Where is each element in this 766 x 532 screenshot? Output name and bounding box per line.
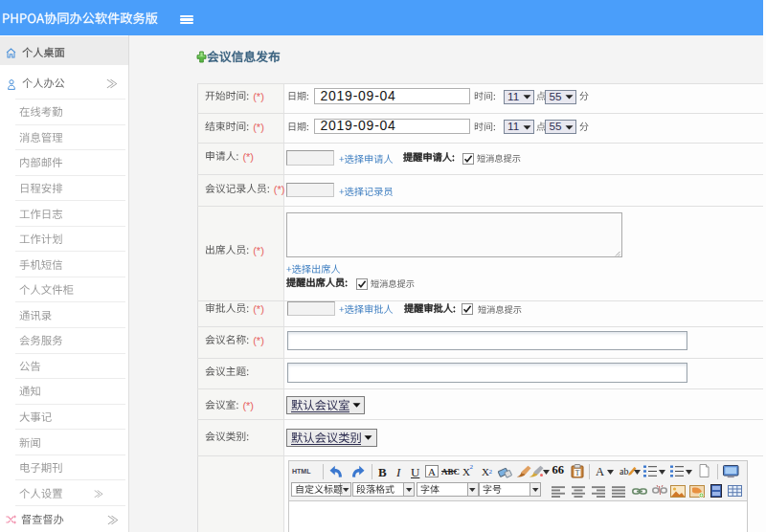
svg-text:A: A	[428, 466, 436, 477]
svg-text:T: T	[575, 469, 580, 477]
svg-text:ab: ab	[620, 466, 628, 477]
